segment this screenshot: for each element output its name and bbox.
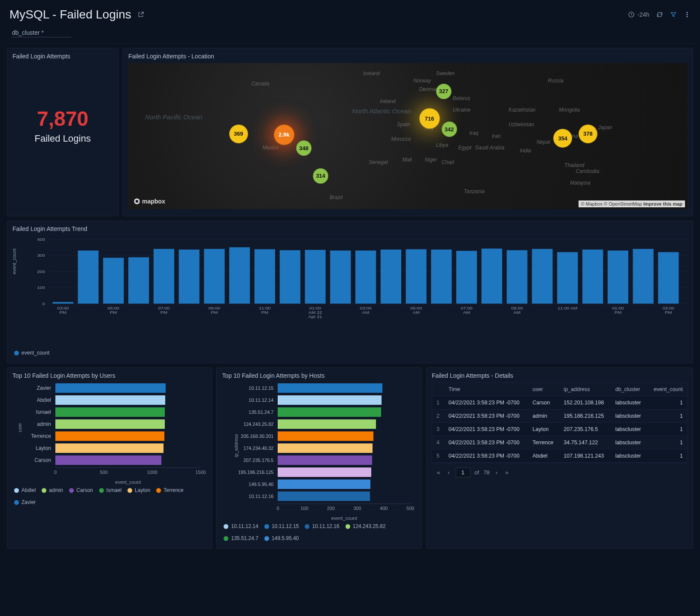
legend-swatch xyxy=(224,524,228,529)
bar-label: admin xyxy=(12,421,54,427)
country-label: Niger xyxy=(425,157,437,163)
table-cell: labscluster xyxy=(611,436,647,449)
legend-label: 135.51.24.7 xyxy=(231,535,258,541)
legend-item[interactable]: 135.51.24.7 xyxy=(224,535,258,541)
country-label: Iran xyxy=(492,133,501,139)
legend-item[interactable]: event_count xyxy=(14,350,49,356)
legend-item[interactable]: 10.11.12.16 xyxy=(305,523,339,529)
bar-label: 10.11.12.14 xyxy=(222,398,276,403)
bar-row[interactable]: 124.243.25.82 xyxy=(278,419,410,430)
attribution-osm[interactable]: © OpenStreetMap xyxy=(604,201,642,206)
map-cluster[interactable]: 314 xyxy=(313,168,328,184)
svg-text:01:00: 01:00 xyxy=(309,306,321,310)
bar-row[interactable]: Layton xyxy=(55,443,200,454)
bar-row[interactable]: Abdiel xyxy=(55,394,200,406)
legend-item[interactable]: admin xyxy=(42,487,63,493)
country-label: Ukraine xyxy=(453,107,470,113)
legend-item[interactable]: Terrence xyxy=(156,487,184,493)
bar-row[interactable]: 10.11.12.15 xyxy=(278,382,410,394)
svg-text:AM: AM xyxy=(362,310,369,314)
map-cluster[interactable]: 327 xyxy=(436,84,452,99)
table-header[interactable] xyxy=(432,383,444,396)
legend-item[interactable]: 10.11.12.15 xyxy=(264,523,299,529)
table-header[interactable]: user xyxy=(528,383,560,396)
hosts-chart[interactable]: 10.11.12.1510.11.12.14135.51.24.7124.243… xyxy=(222,382,416,521)
map-cluster[interactable]: 354 xyxy=(553,129,572,148)
pager-first[interactable]: « xyxy=(435,468,442,476)
table-cell: admin xyxy=(528,410,560,423)
bar-row[interactable]: 205.168.30.201 xyxy=(278,431,410,442)
bar-row[interactable]: 10.11.12.16 xyxy=(278,491,410,502)
table-row[interactable]: 404/22/2021 3:58:23 PM -0700Terrence34.7… xyxy=(432,436,687,449)
country-label: Malaysia xyxy=(570,180,590,186)
map-cluster[interactable]: 348 xyxy=(296,140,312,156)
pager-page-input[interactable] xyxy=(456,467,470,477)
bar-row[interactable]: 135.51.24.7 xyxy=(278,407,410,418)
map-canvas[interactable]: North Pacific Ocean North Atlantic Ocean… xyxy=(128,63,688,209)
svg-text:01:00: 01:00 xyxy=(612,306,624,310)
map-cluster[interactable]: 378 xyxy=(579,124,597,143)
legend-swatch xyxy=(264,524,269,529)
bar-label: Abdiel xyxy=(12,397,54,403)
bar-row[interactable]: 10.11.12.14 xyxy=(278,394,410,406)
svg-text:PM: PM xyxy=(110,310,117,314)
map-cluster[interactable]: 2.9k xyxy=(274,124,294,145)
x-tick: 500 xyxy=(406,506,414,511)
trend-chart[interactable]: 010020030040003:00PM05:00PM07:00PM09:00P… xyxy=(31,236,688,322)
table-row[interactable]: 504/22/2021 3:58:23 PM -0700Abdiel107.19… xyxy=(432,449,687,463)
legend-item[interactable]: Zavier xyxy=(14,499,36,505)
bar-row[interactable]: 195.186.216.125 xyxy=(278,467,410,478)
legend-item[interactable]: Ismael xyxy=(99,487,121,493)
improve-map-link[interactable]: Improve this map xyxy=(643,201,682,206)
table-header[interactable]: ip_address xyxy=(559,383,611,396)
time-range-picker[interactable]: -24h xyxy=(628,11,649,18)
users-chart[interactable]: ZavierAbdielIsmaeladminTerrenceLaytonCar… xyxy=(12,382,206,485)
pager-last[interactable]: » xyxy=(503,468,510,476)
legend-item[interactable]: Abdiel xyxy=(14,487,36,493)
bar-row[interactable]: admin xyxy=(55,419,200,430)
attribution-mapbox[interactable]: © Mapbox xyxy=(581,201,603,206)
bar-row[interactable]: Zavier xyxy=(55,382,200,394)
svg-rect-34 xyxy=(507,250,527,304)
more-menu-icon[interactable] xyxy=(684,11,691,18)
country-label: Chad xyxy=(442,159,454,165)
map-cluster[interactable]: 716 xyxy=(419,108,440,129)
bar-row[interactable]: Carson xyxy=(55,455,200,466)
share-icon[interactable] xyxy=(137,11,144,18)
table-row[interactable]: 204/22/2021 3:58:23 PM -0700admin195.186… xyxy=(432,410,687,423)
legend-item[interactable]: 149.5.95.40 xyxy=(264,535,299,541)
table-row[interactable]: 104/22/2021 3:58:23 PM -0700Carson152.20… xyxy=(432,396,687,410)
filter-chip-db-cluster[interactable]: db_cluster * xyxy=(11,28,71,37)
svg-rect-26 xyxy=(305,250,325,303)
table-cell: 1 xyxy=(647,423,687,436)
legend-item[interactable]: 124.243.25.82 xyxy=(345,523,386,529)
table-header[interactable]: db_cluster xyxy=(611,383,647,396)
map-cluster[interactable]: 369 xyxy=(229,124,248,143)
bar-row[interactable]: Ismael xyxy=(55,407,200,418)
pager-next[interactable]: › xyxy=(494,468,499,476)
table-header[interactable]: event_count xyxy=(647,383,687,396)
bar-row[interactable]: 207.235.176.5 xyxy=(278,455,410,466)
bar-row[interactable]: 149.5.95.40 xyxy=(278,479,410,490)
svg-rect-38 xyxy=(608,251,628,304)
legend-item[interactable]: Carson xyxy=(69,487,93,493)
filter-icon[interactable] xyxy=(670,11,677,18)
bar xyxy=(55,407,165,417)
legend-item[interactable]: 10.11.12.14 xyxy=(224,523,258,529)
svg-rect-36 xyxy=(557,252,578,303)
table-header[interactable]: Time xyxy=(444,383,528,396)
users-legend: AbdieladminCarsonIsmaelLaytonTerrenceZav… xyxy=(12,485,206,508)
table-row[interactable]: 304/22/2021 3:58:23 PM -0700Layton207.23… xyxy=(432,423,687,436)
svg-text:200: 200 xyxy=(37,269,45,273)
svg-rect-20 xyxy=(154,249,174,304)
svg-rect-18 xyxy=(103,258,124,303)
pager-prev[interactable]: ‹ xyxy=(446,468,451,476)
bar-row[interactable]: 174.234.40.32 xyxy=(278,443,410,454)
refresh-icon[interactable] xyxy=(656,11,663,18)
bar-label: 149.5.95.40 xyxy=(222,482,276,487)
bar xyxy=(278,395,382,405)
mapbox-icon xyxy=(133,198,140,205)
legend-item[interactable]: Layton xyxy=(127,487,150,493)
map-cluster[interactable]: 342 xyxy=(442,121,457,137)
bar-row[interactable]: Terrence xyxy=(55,431,200,442)
